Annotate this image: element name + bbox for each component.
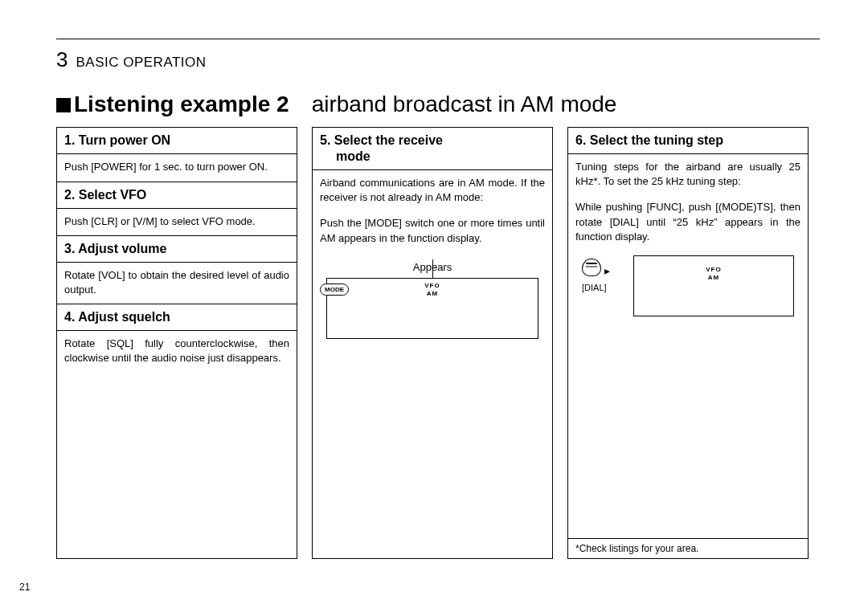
step-1-body: Push [POWER] for 1 sec. to turn power ON… [57,154,297,182]
step-6-body: Tuning steps for the airband are usually… [568,154,808,300]
columns: 1. Turn power ON Push [POWER] for 1 sec.… [56,127,820,559]
arrow-right-icon: ▸ [604,263,610,279]
step-6-p2: While pushing [FUNC], push [(MODE)TS], t… [575,200,800,244]
step-2-body: Push [CLR] or [V/M] to select VFO mode. [57,209,297,237]
title-sub: airband broadcast in AM mode [312,92,617,116]
dial-diagram: ▸ VFO AM [DIAL] [582,259,794,295]
step-6-p1: Tuning steps for the airband are usually… [575,160,800,189]
lcd-text: VFO AM [424,282,440,297]
lcd2-vfo: VFO [706,266,721,274]
column-2: 5. Select the receive mode Airband commu… [312,127,553,559]
mode-button-icon: MODE [320,284,349,296]
step-3-body: Rotate [VOL] to obtain the desired level… [57,263,297,304]
step-4-heading: 4. Adjust squelch [57,304,297,331]
page-number: 21 [19,581,30,593]
manual-page: 3 BASIC OPERATION Listening example 2air… [0,0,868,612]
chapter-title: BASIC OPERATION [76,55,206,71]
lcd-display-2: VFO AM [633,255,794,316]
step-5-p1: Airband communications are in AM mode. I… [320,176,545,205]
dial-knob-icon [582,259,601,276]
column-3: 6. Select the tuning step Tuning steps f… [567,127,809,559]
lcd-am: AM [424,290,440,298]
column-1: 1. Turn power ON Push [POWER] for 1 sec.… [56,127,297,559]
lcd-vfo: VFO [424,282,440,290]
step-4-body: Rotate [SQL] fully counterclockwise, the… [57,331,297,371]
step-5-heading: 5. Select the receive mode [313,128,552,170]
step-5-heading-line2: mode [320,149,545,165]
step-5-heading-line1: 5. Select the receive [320,133,443,147]
lcd-display: MODE VFO AM [326,278,538,339]
chapter-header: 3 BASIC OPERATION [56,47,820,72]
page-title: Listening example 2airband broadcast in … [56,92,820,117]
step-5-p2: Push the [MODE] switch one or more times… [320,216,545,245]
lcd2-am: AM [706,274,721,282]
title-main: Listening example 2 [74,92,289,116]
footnote: *Check listings for your area. [568,538,808,558]
rule-top [56,39,820,39]
bullet-square-icon [56,98,71,112]
step-5-body: Airband communications are in AM mode. I… [313,170,552,345]
chapter-number: 3 [56,47,68,72]
lcd-text-2: VFO AM [706,266,721,281]
step-6-heading: 6. Select the tuning step [568,128,808,154]
pointer-line-icon [432,259,433,279]
step-2-heading: 2. Select VFO [57,182,297,209]
step-1-heading: 1. Turn power ON [57,128,297,154]
step-3-heading: 3. Adjust volume [57,236,297,263]
